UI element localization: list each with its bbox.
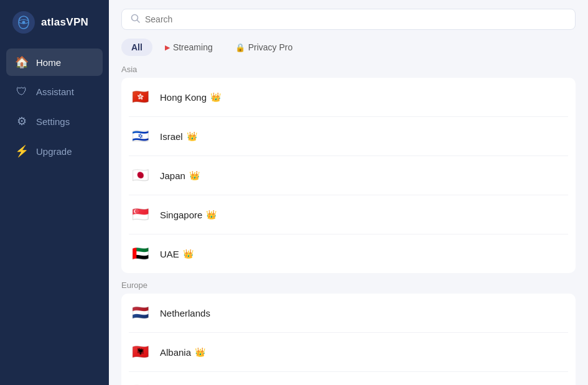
region-asia-card: 🇭🇰 Hong Kong 👑 🇮🇱 Israel 👑 🇯🇵 xyxy=(121,78,576,273)
sidebar-item-upgrade[interactable]: ⚡ Upgrade xyxy=(6,137,103,165)
tab-privacy-pro[interactable]: 🔒 Privacy Pro xyxy=(225,39,303,56)
server-item-albania[interactable]: 🇦🇱 Albania 👑 xyxy=(129,333,568,372)
flag-austria: 🇦🇹 xyxy=(129,380,151,385)
logo-area: atlasVPN xyxy=(0,11,109,49)
search-icon xyxy=(131,14,140,25)
sidebar-item-home-label: Home xyxy=(36,57,61,68)
sidebar-item-home[interactable]: 🏠 Home xyxy=(6,49,103,76)
upgrade-icon: ⚡ xyxy=(15,144,29,158)
search-bar-wrap xyxy=(109,0,588,36)
tab-streaming[interactable]: ▶ Streaming xyxy=(155,39,223,56)
flag-japan: 🇯🇵 xyxy=(129,164,151,187)
server-name-hong-kong: Hong Kong 👑 xyxy=(160,92,221,103)
play-icon: ▶ xyxy=(165,44,170,52)
svg-point-1 xyxy=(22,21,26,24)
search-input[interactable] xyxy=(145,14,566,24)
crown-uae: 👑 xyxy=(183,249,194,259)
region-asia-label: Asia xyxy=(121,62,576,75)
server-item-uae[interactable]: 🇦🇪 UAE 👑 xyxy=(129,234,568,273)
server-item-netherlands[interactable]: 🇳🇱 Netherlands xyxy=(129,294,568,333)
server-name-albania: Albania 👑 xyxy=(160,347,205,358)
crown-hong-kong: 👑 xyxy=(210,92,221,102)
logo-text: atlasVPN xyxy=(41,16,88,29)
assistant-icon: 🛡 xyxy=(15,85,29,98)
tab-all-label: All xyxy=(131,42,142,52)
filter-tabs: All ▶ Streaming 🔒 Privacy Pro xyxy=(109,36,588,62)
crown-japan: 👑 xyxy=(189,170,200,180)
flag-uae: 🇦🇪 xyxy=(129,243,151,265)
region-europe-card: 🇳🇱 Netherlands 🇦🇱 Albania 👑 🇦🇹 Aus xyxy=(121,294,576,385)
main-content: All ▶ Streaming 🔒 Privacy Pro Asia 🇭🇰 Ho… xyxy=(109,0,588,385)
tab-streaming-label: Streaming xyxy=(173,42,213,52)
sidebar-item-assistant[interactable]: 🛡 Assistant xyxy=(6,78,103,105)
home-icon: 🏠 xyxy=(15,55,29,69)
region-asia: Asia 🇭🇰 Hong Kong 👑 🇮🇱 Israel 👑 xyxy=(121,62,576,273)
server-item-japan[interactable]: 🇯🇵 Japan 👑 xyxy=(129,156,568,195)
crown-albania: 👑 xyxy=(195,347,205,357)
flag-netherlands: 🇳🇱 xyxy=(129,302,151,324)
server-item-singapore[interactable]: 🇸🇬 Singapore 👑 xyxy=(129,195,568,234)
sidebar-item-assistant-label: Assistant xyxy=(36,86,74,97)
region-europe: Europe 🇳🇱 Netherlands 🇦🇱 Albania 👑 xyxy=(121,278,576,385)
shield-privacy-icon: 🔒 xyxy=(235,43,245,52)
sidebar-item-upgrade-label: Upgrade xyxy=(36,146,72,157)
server-name-japan: Japan 👑 xyxy=(160,170,200,181)
server-name-singapore: Singapore 👑 xyxy=(160,210,217,220)
sidebar: atlasVPN 🏠 Home 🛡 Assistant ⚙ Settings ⚡… xyxy=(0,0,109,385)
flag-hong-kong: 🇭🇰 xyxy=(129,86,151,108)
server-item-austria[interactable]: 🇦🇹 Austria 👑 xyxy=(129,372,568,385)
flag-singapore: 🇸🇬 xyxy=(129,203,151,226)
server-item-israel[interactable]: 🇮🇱 Israel 👑 xyxy=(129,117,568,156)
sidebar-nav: 🏠 Home 🛡 Assistant ⚙ Settings ⚡ Upgrade xyxy=(0,49,109,165)
flag-israel: 🇮🇱 xyxy=(129,125,151,147)
server-name-uae: UAE 👑 xyxy=(160,249,194,259)
tab-all[interactable]: All xyxy=(121,39,152,56)
crown-israel: 👑 xyxy=(187,131,197,141)
sidebar-item-settings[interactable]: ⚙ Settings xyxy=(6,108,103,135)
crown-singapore: 👑 xyxy=(206,210,217,220)
server-name-israel: Israel 👑 xyxy=(160,131,197,142)
svg-line-3 xyxy=(138,21,140,23)
settings-icon: ⚙ xyxy=(15,114,29,128)
server-list: Asia 🇭🇰 Hong Kong 👑 🇮🇱 Israel 👑 xyxy=(109,62,588,385)
flag-albania: 🇦🇱 xyxy=(129,341,151,363)
server-name-netherlands: Netherlands xyxy=(160,308,210,318)
search-bar xyxy=(121,9,576,30)
atlasvpn-logo-icon xyxy=(12,11,35,34)
sidebar-item-settings-label: Settings xyxy=(36,116,70,127)
tab-privacy-label: Privacy Pro xyxy=(248,42,293,52)
region-europe-label: Europe xyxy=(121,278,576,291)
server-item-hong-kong[interactable]: 🇭🇰 Hong Kong 👑 xyxy=(129,78,568,117)
